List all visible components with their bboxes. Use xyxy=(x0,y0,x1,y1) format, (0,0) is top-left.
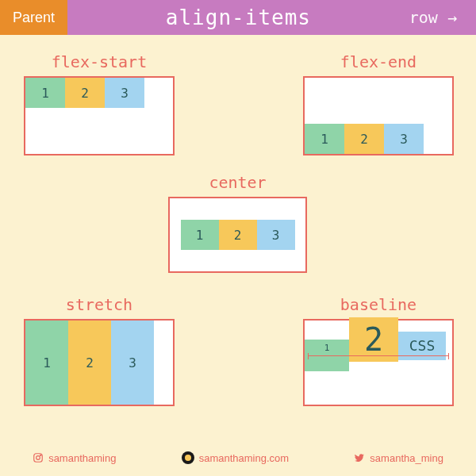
flex-item: 3 xyxy=(105,78,144,108)
twitter-icon xyxy=(354,452,365,463)
baseline-indicator xyxy=(308,355,449,356)
example-label: center xyxy=(168,173,307,192)
example-label: flex-start xyxy=(24,52,175,71)
flex-container: 1 2 3 xyxy=(24,76,175,155)
social-handle: samantha_ming xyxy=(370,452,443,464)
flex-item: 3 xyxy=(384,124,424,154)
example-label: stretch xyxy=(24,295,175,314)
flex-item: 2 xyxy=(344,124,384,154)
social-twitter: samantha_ming xyxy=(354,452,443,464)
diagram-canvas: flex-start 1 2 3 flex-end 1 2 3 center 1… xyxy=(0,35,476,440)
flex-container: 1 2 3 xyxy=(303,76,454,155)
flex-item: 2 xyxy=(68,321,111,405)
flex-item: 2 xyxy=(219,220,257,250)
avatar-icon xyxy=(182,451,194,464)
instagram-icon xyxy=(33,452,44,463)
flex-item: 1 xyxy=(181,220,219,250)
flex-container: 1 2 CSS xyxy=(303,319,454,406)
example-stretch: stretch 1 2 3 xyxy=(24,295,175,406)
example-label: baseline xyxy=(303,295,454,314)
example-center: center 1 2 3 xyxy=(168,173,307,273)
svg-point-2 xyxy=(40,455,41,455)
parent-badge: Parent xyxy=(0,0,67,35)
flex-container: 1 2 3 xyxy=(24,319,175,406)
flex-item: 3 xyxy=(111,321,154,405)
example-flex-start: flex-start 1 2 3 xyxy=(24,52,175,155)
flex-item: 1 xyxy=(305,124,344,154)
flex-item: 1 xyxy=(25,321,68,405)
social-web: samanthaming.com xyxy=(182,451,289,464)
example-baseline: baseline 1 2 CSS xyxy=(303,295,454,406)
flex-direction-label: row → xyxy=(409,8,476,27)
page-title: align-items xyxy=(67,6,409,29)
example-label: flex-end xyxy=(303,52,454,71)
social-handle: samanthaming.com xyxy=(199,452,289,464)
flex-container: 1 2 3 xyxy=(168,197,307,273)
social-instagram: samanthaming xyxy=(33,452,116,464)
flex-item: 1 xyxy=(25,78,65,108)
social-handle: samanthaming xyxy=(48,452,116,464)
header-bar: Parent align-items row → xyxy=(0,0,476,35)
svg-point-1 xyxy=(36,456,40,460)
footer: samanthaming samanthaming.com samantha_m… xyxy=(0,440,476,476)
example-flex-end: flex-end 1 2 3 xyxy=(303,52,454,155)
flex-item: 2 xyxy=(65,78,105,108)
flex-item: 3 xyxy=(257,220,295,250)
